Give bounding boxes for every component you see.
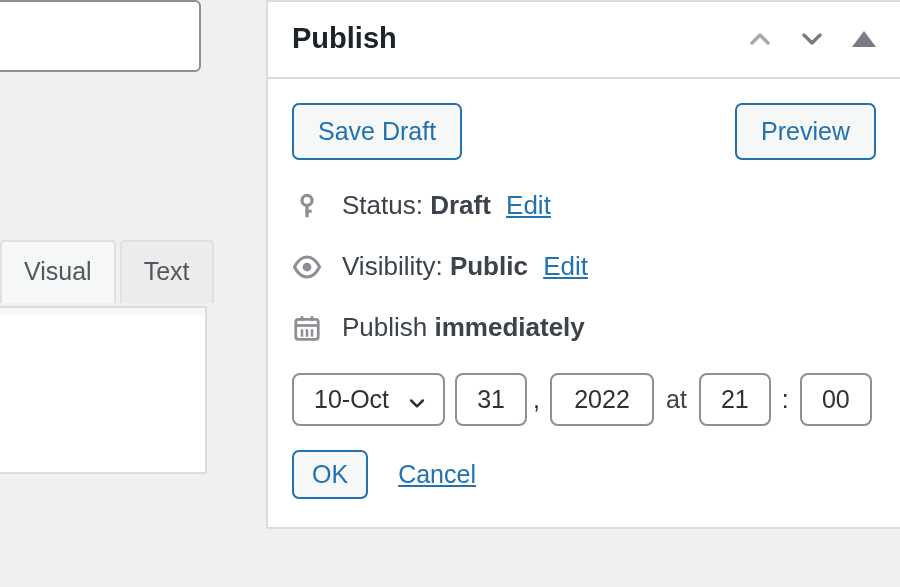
editor-toolbar (0, 306, 207, 474)
visibility-value: Public (450, 251, 528, 281)
date-comma: , (533, 385, 540, 414)
visibility-row: Visibility: Public Edit (292, 251, 876, 282)
calendar-icon (292, 313, 322, 343)
month-select-value: 10-Oct (314, 385, 389, 414)
eye-icon (292, 252, 322, 282)
visibility-edit-link[interactable]: Edit (543, 251, 588, 281)
editor-mode-tabs: Visual Text (0, 238, 218, 301)
tab-text[interactable]: Text (120, 240, 214, 303)
svg-rect-2 (305, 209, 311, 212)
svg-point-0 (302, 195, 312, 205)
publish-title: Publish (292, 22, 397, 55)
toggle-panel-icon[interactable] (852, 31, 876, 47)
status-row: Status: Draft Edit (292, 190, 876, 221)
schedule-value: immediately (435, 312, 585, 342)
minute-input[interactable] (800, 373, 872, 426)
svg-point-3 (303, 262, 312, 271)
status-value: Draft (430, 190, 491, 220)
hour-input[interactable] (699, 373, 771, 426)
day-input[interactable] (455, 373, 527, 426)
schedule-label: Publish (342, 312, 435, 342)
status-label: Status: (342, 190, 430, 220)
publish-header: Publish (268, 2, 900, 79)
schedule-cancel-link[interactable]: Cancel (398, 460, 476, 489)
schedule-confirm-row: OK Cancel (292, 450, 876, 499)
preview-button[interactable]: Preview (735, 103, 876, 160)
month-select[interactable]: 10-Oct (292, 373, 445, 426)
schedule-row: Publish immediately (292, 312, 876, 343)
status-edit-link[interactable]: Edit (506, 190, 551, 220)
post-title-input[interactable] (0, 0, 201, 72)
publish-metabox: Publish Save Draft Preview Status: Draft… (266, 0, 900, 529)
visibility-label: Visibility: (342, 251, 450, 281)
chevron-down-icon (407, 390, 427, 410)
move-down-icon[interactable] (800, 27, 824, 51)
save-draft-button[interactable]: Save Draft (292, 103, 462, 160)
publish-body: Save Draft Preview Status: Draft Edit Vi… (268, 79, 900, 527)
schedule-at-text: at (664, 385, 689, 414)
year-input[interactable] (550, 373, 654, 426)
key-icon (292, 191, 322, 221)
schedule-colon: : (781, 385, 790, 414)
tab-visual[interactable]: Visual (0, 240, 116, 303)
move-up-icon[interactable] (748, 27, 772, 51)
schedule-controls: 10-Oct , at : (292, 373, 876, 426)
schedule-ok-button[interactable]: OK (292, 450, 368, 499)
